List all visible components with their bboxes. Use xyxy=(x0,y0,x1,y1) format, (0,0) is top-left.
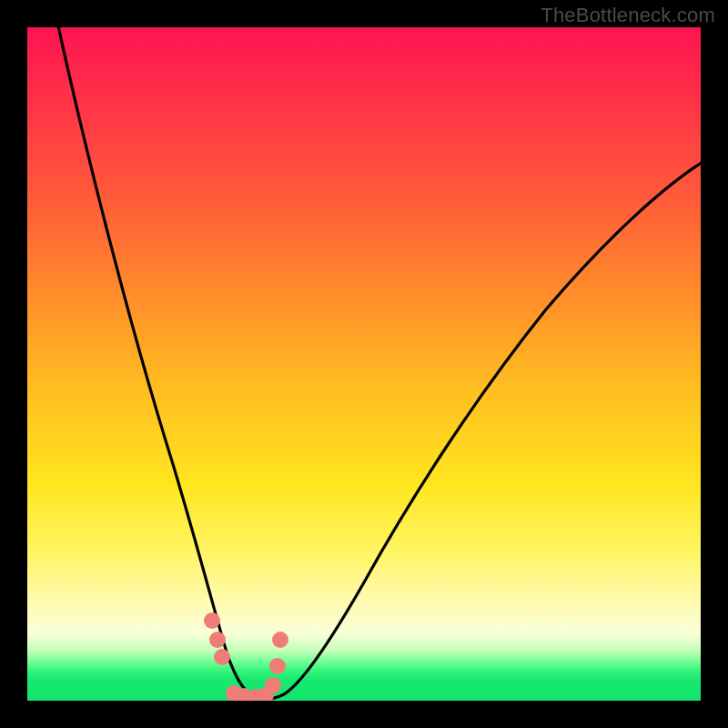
svg-point-1 xyxy=(209,632,226,648)
outer-frame: TheBottleneck.com xyxy=(0,0,728,728)
svg-point-2 xyxy=(214,649,230,665)
plot-area xyxy=(27,27,701,701)
chart-svg xyxy=(27,27,701,701)
bottleneck-curve xyxy=(55,27,701,699)
svg-point-9 xyxy=(272,632,288,648)
svg-point-8 xyxy=(269,658,286,674)
svg-point-7 xyxy=(265,677,281,693)
svg-point-0 xyxy=(204,612,220,629)
optimal-range-dots xyxy=(204,612,288,701)
watermark-text: TheBottleneck.com xyxy=(541,4,715,27)
